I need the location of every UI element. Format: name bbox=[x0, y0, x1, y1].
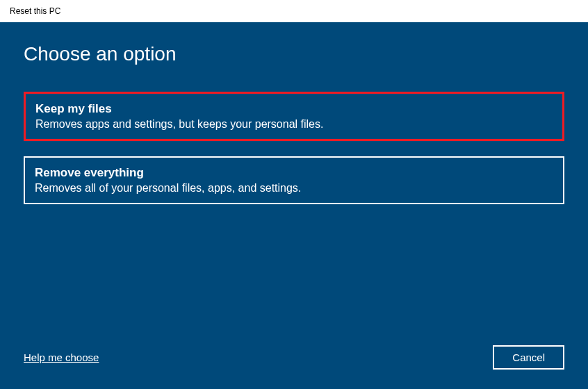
footer: Help me choose Cancel bbox=[24, 345, 564, 375]
window-title: Reset this PC bbox=[10, 6, 60, 16]
option-title: Remove everything bbox=[35, 166, 553, 180]
main-panel: Choose an option Keep my files Removes a… bbox=[0, 22, 588, 389]
option-description: Removes apps and settings, but keeps you… bbox=[35, 118, 553, 131]
cancel-button[interactable]: Cancel bbox=[493, 345, 564, 370]
title-bar: Reset this PC bbox=[0, 0, 588, 22]
option-keep-my-files[interactable]: Keep my files Removes apps and settings,… bbox=[24, 92, 564, 141]
option-title: Keep my files bbox=[35, 102, 553, 116]
option-description: Removes all of your personal files, apps… bbox=[35, 182, 553, 194]
help-me-choose-link[interactable]: Help me choose bbox=[24, 351, 99, 363]
option-remove-everything[interactable]: Remove everything Removes all of your pe… bbox=[24, 156, 564, 204]
page-heading: Choose an option bbox=[24, 43, 564, 65]
options-list: Keep my files Removes apps and settings,… bbox=[24, 92, 564, 220]
